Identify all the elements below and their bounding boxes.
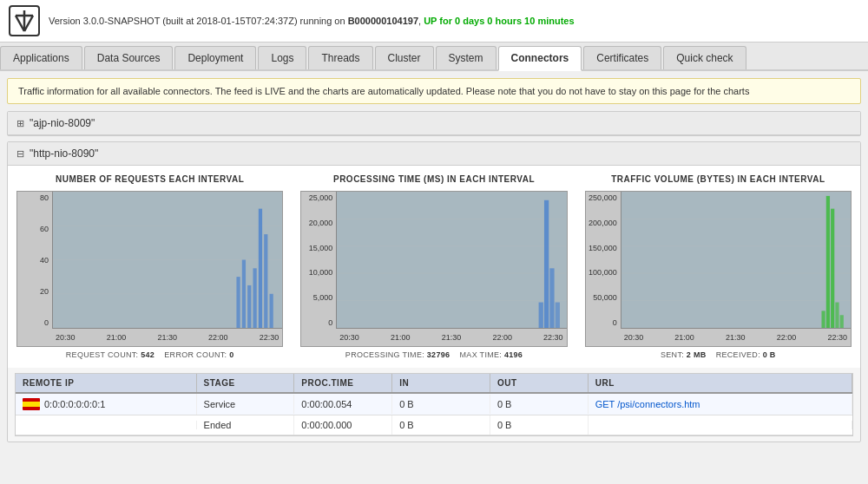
charts-area: NUMBER OF REQUESTS EACH INTERVAL 80 60 4…	[8, 166, 860, 368]
tab-system[interactable]: System	[436, 46, 496, 69]
cell-remote-ip-0: 0:0:0:0:0:0:0:1	[16, 394, 197, 415]
cell-proctime-0: 0:00:00.054	[294, 395, 392, 414]
col-url: URL	[589, 374, 852, 392]
requests-chart: 80 60 40 20 0	[16, 191, 283, 347]
col-in: IN	[392, 374, 490, 392]
cell-out-1: 0 B	[490, 415, 589, 435]
tab-deployment[interactable]: Deployment	[174, 46, 256, 69]
tab-logs[interactable]: Logs	[258, 46, 306, 69]
app-header: Version 3.0.0-SNAPSHOT (built at 2018-01…	[0, 0, 868, 43]
svg-line-3	[24, 16, 33, 31]
cell-remote-ip-1	[16, 421, 197, 429]
tab-cluster[interactable]: Cluster	[375, 46, 434, 69]
tab-quickcheck[interactable]: Quick check	[663, 46, 746, 69]
svg-rect-32	[835, 303, 838, 328]
cell-url-0: GET /psi/connectors.htm	[589, 395, 852, 414]
svg-rect-10	[247, 285, 251, 328]
traffic-y-axis: 250,000 200,000 150,000 100,000 50,000 0	[586, 192, 621, 329]
app-logo	[9, 5, 40, 36]
tab-connectors[interactable]: Connectors	[498, 46, 582, 71]
col-remote-ip: REMOTE IP	[16, 374, 197, 392]
connector-http-name: "http-nio-8090"	[30, 147, 98, 160]
cell-in-0: 0 B	[392, 395, 490, 414]
requests-stats: REQUEST COUNT: 542 ERROR COUNT: 0	[16, 350, 283, 359]
flag-icon	[23, 398, 40, 410]
col-stage: STAGE	[197, 374, 295, 392]
tab-datasources[interactable]: Data Sources	[84, 46, 174, 69]
connector-ajp-name: "ajp-nio-8009"	[30, 117, 95, 129]
traffic-stats: SENT: 2 MB RECEIVED: 0 B	[585, 350, 852, 359]
table-header: REMOTE IP STAGE PROC.TIME IN OUT URL	[16, 374, 852, 394]
traffic-chart: 250,000 200,000 150,000 100,000 50,000 0	[585, 191, 852, 347]
svg-rect-13	[264, 234, 267, 328]
info-bar: Traffic information for all available co…	[7, 78, 861, 104]
cell-in-1: 0 B	[392, 415, 490, 435]
charts-row: NUMBER OF REQUESTS EACH INTERVAL 80 60 4…	[16, 174, 852, 359]
table-row: Ended 0:00:00.000 0 B 0 B	[16, 415, 852, 435]
processing-chart: 25,000 20,000 15,000 10,000 5,000 0	[300, 191, 567, 347]
cell-stage-0: Service	[197, 395, 295, 414]
requests-chart-container: NUMBER OF REQUESTS EACH INTERVAL 80 60 4…	[16, 174, 283, 359]
svg-rect-21	[544, 200, 549, 328]
svg-rect-9	[242, 260, 246, 329]
cell-url-1	[589, 421, 852, 429]
processing-chart-container: PROCESSING TIME (MS) IN EACH INTERVAL 25…	[300, 174, 567, 359]
processing-x-axis: 20:30 21:00 21:30 22:00 22:30	[336, 329, 566, 346]
svg-rect-11	[253, 268, 256, 328]
requests-y-axis: 80 60 40 20 0	[17, 192, 52, 329]
svg-line-2	[16, 16, 24, 31]
svg-rect-14	[270, 294, 273, 328]
connector-ajp-header[interactable]: ⊞ "ajp-nio-8009"	[8, 112, 860, 135]
collapse-icon: ⊟	[16, 148, 24, 160]
processing-stats: PROCESSING TIME: 32796 MAX TIME: 4196	[300, 350, 567, 359]
traffic-chart-title: TRAFFIC VOLUME (BYTES) IN EACH INTERVAL	[585, 174, 852, 184]
svg-rect-8	[236, 277, 240, 328]
svg-rect-22	[550, 268, 555, 328]
connections-table: REMOTE IP STAGE PROC.TIME IN OUT URL 0:0…	[15, 373, 853, 436]
col-out: OUT	[490, 374, 589, 392]
traffic-x-axis: 20:30 21:00 21:30 22:00 22:30	[621, 329, 851, 346]
requests-x-axis: 20:30 21:00 21:30 22:00 22:30	[52, 329, 282, 346]
tab-certificates[interactable]: Certificates	[583, 46, 661, 69]
svg-rect-31	[831, 209, 834, 328]
traffic-chart-container: TRAFFIC VOLUME (BYTES) IN EACH INTERVAL …	[585, 174, 852, 359]
nav-tabs: Applications Data Sources Deployment Log…	[0, 43, 868, 71]
tab-applications[interactable]: Applications	[0, 46, 82, 69]
svg-rect-20	[539, 303, 543, 328]
svg-rect-23	[556, 303, 560, 328]
connector-ajp: ⊞ "ajp-nio-8009"	[7, 111, 861, 136]
expand-icon: ⊞	[16, 118, 24, 129]
tab-threads[interactable]: Threads	[308, 46, 372, 69]
processing-chart-inner	[336, 192, 566, 329]
col-proc-time: PROC.TIME	[294, 374, 392, 392]
processing-chart-title: PROCESSING TIME (MS) IN EACH INTERVAL	[300, 174, 567, 184]
connector-http: ⊟ "http-nio-8090" NUMBER OF REQUESTS EAC…	[7, 141, 861, 442]
svg-rect-33	[839, 315, 843, 328]
svg-rect-30	[825, 196, 829, 328]
processing-y-axis: 25,000 20,000 15,000 10,000 5,000 0	[301, 192, 336, 329]
traffic-chart-inner	[621, 192, 851, 329]
cell-proctime-1: 0:00:00.000	[294, 415, 392, 435]
requests-chart-inner	[52, 192, 282, 329]
cell-out-0: 0 B	[490, 395, 589, 414]
table-row: 0:0:0:0:0:0:0:1 Service 0:00:00.054 0 B …	[16, 394, 852, 415]
svg-rect-29	[821, 311, 825, 328]
svg-rect-12	[259, 209, 262, 328]
requests-chart-title: NUMBER OF REQUESTS EACH INTERVAL	[16, 174, 283, 184]
cell-stage-1: Ended	[197, 415, 295, 435]
version-info: Version 3.0.0-SNAPSHOT (built at 2018-01…	[49, 16, 575, 26]
connector-http-header[interactable]: ⊟ "http-nio-8090"	[8, 142, 860, 166]
